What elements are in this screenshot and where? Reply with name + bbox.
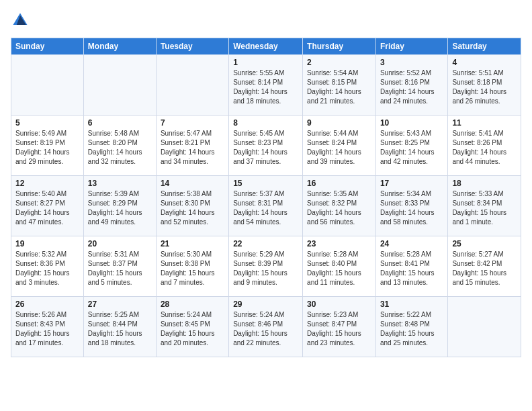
column-header-friday: Friday — [375, 38, 447, 55]
calendar-cell: 12Sunrise: 5:40 AM Sunset: 8:27 PM Dayli… — [11, 176, 84, 236]
day-number: 16 — [307, 179, 371, 188]
day-number: 8 — [233, 118, 298, 128]
calendar-cell: 30Sunrise: 5:23 AM Sunset: 8:47 PM Dayli… — [303, 297, 376, 357]
day-number: 2 — [307, 58, 371, 67]
day-number: 29 — [233, 300, 298, 309]
day-info: Sunrise: 5:29 AM Sunset: 8:39 PM Dayligh… — [233, 250, 298, 287]
day-number: 10 — [380, 118, 443, 128]
day-info: Sunrise: 5:34 AM Sunset: 8:33 PM Dayligh… — [380, 189, 443, 227]
calendar-header-row: SundayMondayTuesdayWednesdayThursdayFrid… — [11, 38, 521, 55]
day-number: 1 — [233, 58, 298, 67]
day-number: 15 — [233, 179, 298, 188]
day-info: Sunrise: 5:24 AM Sunset: 8:46 PM Dayligh… — [233, 310, 298, 348]
calendar-cell: 29Sunrise: 5:24 AM Sunset: 8:46 PM Dayli… — [229, 297, 303, 357]
calendar-cell: 11Sunrise: 5:41 AM Sunset: 8:26 PM Dayli… — [448, 116, 521, 176]
calendar-cell: 9Sunrise: 5:44 AM Sunset: 8:24 PM Daylig… — [303, 116, 376, 176]
day-info: Sunrise: 5:54 AM Sunset: 8:15 PM Dayligh… — [307, 68, 371, 106]
calendar-cell: 28Sunrise: 5:24 AM Sunset: 8:45 PM Dayli… — [156, 297, 228, 357]
calendar-cell: 20Sunrise: 5:31 AM Sunset: 8:37 PM Dayli… — [83, 236, 156, 297]
logo-icon — [11, 11, 30, 30]
day-info: Sunrise: 5:40 AM Sunset: 8:27 PM Dayligh… — [15, 189, 79, 227]
day-number: 20 — [88, 239, 152, 248]
calendar-cell: 24Sunrise: 5:28 AM Sunset: 8:41 PM Dayli… — [375, 236, 447, 297]
calendar-cell: 6Sunrise: 5:48 AM Sunset: 8:20 PM Daylig… — [83, 116, 156, 176]
calendar-cell: 26Sunrise: 5:26 AM Sunset: 8:43 PM Dayli… — [11, 297, 84, 357]
calendar-cell — [448, 297, 521, 357]
day-number: 22 — [233, 239, 298, 248]
day-number: 23 — [307, 239, 371, 248]
day-info: Sunrise: 5:51 AM Sunset: 8:18 PM Dayligh… — [452, 68, 517, 106]
day-info: Sunrise: 5:28 AM Sunset: 8:41 PM Dayligh… — [380, 250, 443, 287]
calendar-cell: 31Sunrise: 5:22 AM Sunset: 8:48 PM Dayli… — [375, 297, 447, 357]
day-info: Sunrise: 5:22 AM Sunset: 8:48 PM Dayligh… — [380, 310, 443, 348]
day-info: Sunrise: 5:38 AM Sunset: 8:30 PM Dayligh… — [161, 189, 224, 227]
calendar-cell: 13Sunrise: 5:39 AM Sunset: 8:29 PM Dayli… — [83, 176, 156, 236]
day-number: 9 — [307, 118, 371, 128]
calendar-week-row: 12Sunrise: 5:40 AM Sunset: 8:27 PM Dayli… — [11, 176, 521, 236]
calendar-cell: 1Sunrise: 5:55 AM Sunset: 8:14 PM Daylig… — [229, 55, 303, 116]
day-number: 27 — [88, 300, 152, 309]
calendar-cell: 4Sunrise: 5:51 AM Sunset: 8:18 PM Daylig… — [448, 55, 521, 116]
column-header-wednesday: Wednesday — [229, 38, 303, 55]
day-number: 30 — [307, 300, 371, 309]
day-info: Sunrise: 5:25 AM Sunset: 8:44 PM Dayligh… — [88, 310, 152, 348]
calendar-cell: 2Sunrise: 5:54 AM Sunset: 8:15 PM Daylig… — [303, 55, 376, 116]
column-header-saturday: Saturday — [448, 38, 521, 55]
day-info: Sunrise: 5:33 AM Sunset: 8:34 PM Dayligh… — [452, 189, 517, 227]
day-info: Sunrise: 5:27 AM Sunset: 8:42 PM Dayligh… — [452, 250, 517, 287]
calendar-week-row: 26Sunrise: 5:26 AM Sunset: 8:43 PM Dayli… — [11, 297, 521, 357]
day-info: Sunrise: 5:43 AM Sunset: 8:25 PM Dayligh… — [380, 129, 443, 167]
day-info: Sunrise: 5:52 AM Sunset: 8:16 PM Dayligh… — [380, 68, 443, 106]
page-header — [11, 11, 521, 30]
day-info: Sunrise: 5:48 AM Sunset: 8:20 PM Dayligh… — [88, 129, 152, 167]
calendar-cell: 18Sunrise: 5:33 AM Sunset: 8:34 PM Dayli… — [448, 176, 521, 236]
column-header-sunday: Sunday — [11, 38, 84, 55]
day-info: Sunrise: 5:55 AM Sunset: 8:14 PM Dayligh… — [233, 68, 298, 106]
day-number: 3 — [380, 58, 443, 67]
day-number: 31 — [380, 300, 443, 309]
day-number: 26 — [15, 300, 79, 309]
calendar-cell: 14Sunrise: 5:38 AM Sunset: 8:30 PM Dayli… — [156, 176, 228, 236]
calendar-cell: 19Sunrise: 5:32 AM Sunset: 8:36 PM Dayli… — [11, 236, 84, 297]
day-info: Sunrise: 5:41 AM Sunset: 8:26 PM Dayligh… — [452, 129, 517, 167]
day-info: Sunrise: 5:26 AM Sunset: 8:43 PM Dayligh… — [15, 310, 79, 348]
calendar-week-row: 5Sunrise: 5:49 AM Sunset: 8:19 PM Daylig… — [11, 116, 521, 176]
day-number: 5 — [15, 118, 79, 128]
calendar-week-row: 19Sunrise: 5:32 AM Sunset: 8:36 PM Dayli… — [11, 236, 521, 297]
day-number: 14 — [161, 179, 224, 188]
calendar-cell — [83, 55, 156, 116]
day-info: Sunrise: 5:39 AM Sunset: 8:29 PM Dayligh… — [88, 189, 152, 227]
day-info: Sunrise: 5:30 AM Sunset: 8:38 PM Dayligh… — [161, 250, 224, 287]
day-info: Sunrise: 5:37 AM Sunset: 8:31 PM Dayligh… — [233, 189, 298, 227]
column-header-thursday: Thursday — [303, 38, 376, 55]
calendar-cell: 3Sunrise: 5:52 AM Sunset: 8:16 PM Daylig… — [375, 55, 447, 116]
day-number: 17 — [380, 179, 443, 188]
day-number: 11 — [452, 118, 517, 128]
calendar-cell: 22Sunrise: 5:29 AM Sunset: 8:39 PM Dayli… — [229, 236, 303, 297]
day-info: Sunrise: 5:24 AM Sunset: 8:45 PM Dayligh… — [161, 310, 224, 348]
logo — [11, 11, 32, 30]
calendar-cell: 16Sunrise: 5:35 AM Sunset: 8:32 PM Dayli… — [303, 176, 376, 236]
day-info: Sunrise: 5:47 AM Sunset: 8:21 PM Dayligh… — [161, 129, 224, 167]
calendar-cell: 17Sunrise: 5:34 AM Sunset: 8:33 PM Dayli… — [375, 176, 447, 236]
day-number: 21 — [161, 239, 224, 248]
calendar-cell: 15Sunrise: 5:37 AM Sunset: 8:31 PM Dayli… — [229, 176, 303, 236]
day-number: 6 — [88, 118, 152, 128]
calendar-cell: 23Sunrise: 5:28 AM Sunset: 8:40 PM Dayli… — [303, 236, 376, 297]
calendar-cell: 5Sunrise: 5:49 AM Sunset: 8:19 PM Daylig… — [11, 116, 84, 176]
calendar-cell: 21Sunrise: 5:30 AM Sunset: 8:38 PM Dayli… — [156, 236, 228, 297]
day-number: 12 — [15, 179, 79, 188]
day-number: 25 — [452, 239, 517, 248]
calendar-cell — [11, 55, 84, 116]
calendar-week-row: 1Sunrise: 5:55 AM Sunset: 8:14 PM Daylig… — [11, 55, 521, 116]
day-info: Sunrise: 5:49 AM Sunset: 8:19 PM Dayligh… — [15, 129, 79, 167]
day-info: Sunrise: 5:35 AM Sunset: 8:32 PM Dayligh… — [307, 189, 371, 227]
day-info: Sunrise: 5:23 AM Sunset: 8:47 PM Dayligh… — [307, 310, 371, 348]
day-number: 28 — [161, 300, 224, 309]
calendar-cell: 27Sunrise: 5:25 AM Sunset: 8:44 PM Dayli… — [83, 297, 156, 357]
day-info: Sunrise: 5:28 AM Sunset: 8:40 PM Dayligh… — [307, 250, 371, 287]
calendar-table: SundayMondayTuesdayWednesdayThursdayFrid… — [11, 38, 521, 357]
calendar-cell: 10Sunrise: 5:43 AM Sunset: 8:25 PM Dayli… — [375, 116, 447, 176]
day-number: 13 — [88, 179, 152, 188]
day-info: Sunrise: 5:44 AM Sunset: 8:24 PM Dayligh… — [307, 129, 371, 167]
